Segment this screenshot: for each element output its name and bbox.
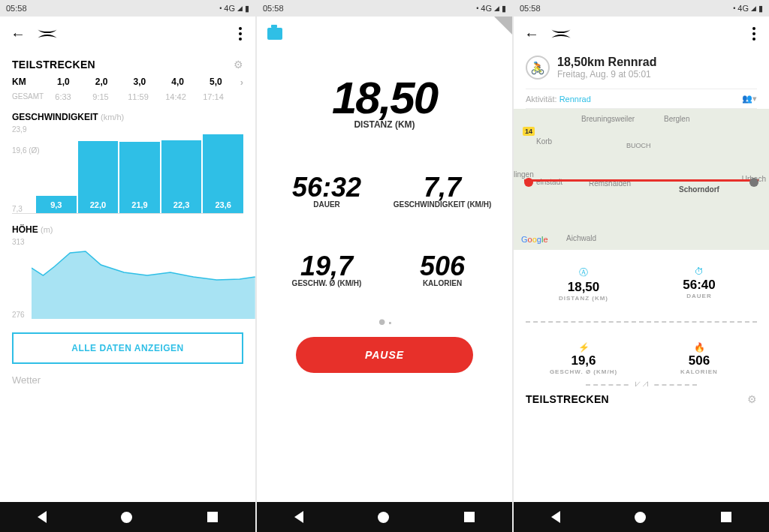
elevation-area-chart: 313 276 <box>12 238 243 319</box>
chevron-right-icon[interactable]: › <box>240 77 243 88</box>
people-icon[interactable]: 👥▾ <box>742 94 757 104</box>
overflow-menu-icon[interactable] <box>749 24 758 44</box>
stat-duration: ⏱56:40DAUER <box>641 259 757 309</box>
distance-icon: Ⓐ <box>526 266 641 279</box>
activity-date: Freitag, Aug. 9 at 05:01 <box>557 69 657 80</box>
status-bar: 05:58 •4G◢▮ <box>514 0 769 17</box>
nav-home-icon[interactable] <box>121 512 132 523</box>
status-time: 05:58 <box>520 4 541 13</box>
route-start-icon <box>524 178 533 187</box>
nav-back-icon[interactable] <box>294 511 303 523</box>
section-title: TEILSTRECKEN <box>12 59 95 71</box>
gear-icon[interactable]: ⚙ <box>747 393 757 405</box>
corner-fold-icon[interactable] <box>494 17 512 35</box>
weather-label: Wetter <box>12 374 243 386</box>
overflow-menu-icon[interactable] <box>236 24 245 44</box>
primary-metric: 18,50 DISTANZ (KM) <box>269 72 500 130</box>
speed-chart-title: GESCHWINDIGKEIT (km/h) <box>12 112 243 122</box>
speed-bar: 22,3 <box>161 140 202 213</box>
speed-bar: 21,9 <box>119 142 160 213</box>
metric-duration: 56:32DAUER <box>269 172 384 209</box>
status-bar: 05:58 •4G◢▮ <box>0 0 255 17</box>
android-nav-bar <box>514 502 769 532</box>
speed-bar: 9,3 <box>36 196 77 213</box>
cyclist-icon: 🚴 <box>526 56 550 80</box>
speed-bar: 22,0 <box>78 141 119 213</box>
android-nav-bar <box>0 502 255 532</box>
screen-live: 05:58 •4G◢▮ 18,50 DISTANZ (KM) 56:32DAUE… <box>257 0 512 532</box>
flame-icon: 🔥 <box>641 342 757 353</box>
section-divider: ⩗⩘ <box>586 384 697 386</box>
speed-icon: ⚡ <box>526 342 641 353</box>
status-right: •4G◢▮ <box>219 4 249 14</box>
android-nav-bar <box>257 502 512 532</box>
activity-title: 18,50km Rennrad <box>557 56 657 69</box>
camera-icon[interactable] <box>267 28 282 40</box>
nav-home-icon[interactable] <box>378 512 389 523</box>
back-icon[interactable]: ← <box>524 26 539 43</box>
nav-recent-icon[interactable] <box>207 512 218 522</box>
ua-logo-icon <box>550 27 572 41</box>
status-bar: 05:58 •4G◢▮ <box>257 0 512 17</box>
ua-logo-icon <box>36 27 59 41</box>
google-attribution: Google <box>521 235 548 244</box>
stat-avg-speed: ⚡19,6GESCHW. Ø (KM/H) <box>526 335 641 383</box>
stat-calories: 🔥506KALORIEN <box>641 335 757 383</box>
nav-recent-icon[interactable] <box>464 512 475 522</box>
elev-chart-title: HÖHE (m) <box>12 224 243 235</box>
status-time: 05:58 <box>263 4 284 13</box>
gear-icon[interactable]: ⚙ <box>234 59 243 71</box>
metric-calories: 506KALORIEN <box>384 251 500 287</box>
activity-header: 🚴 18,50km Rennrad Freitag, Aug. 9 at 05:… <box>526 56 757 80</box>
app-bar: ← <box>514 17 769 51</box>
page-indicator: • · <box>269 310 500 334</box>
nav-back-icon[interactable] <box>551 511 560 523</box>
screen-splits: 05:58 •4G◢▮ ← TEILSTRECKEN ⚙ KM 1,0 2,0 … <box>0 0 255 532</box>
splits-header: KM 1,0 2,0 3,0 4,0 5,0 › <box>12 77 243 88</box>
speed-bar: 23,6 <box>203 134 243 213</box>
section-title: TEILSTRECKEN <box>526 393 609 405</box>
app-bar <box>257 17 512 51</box>
stopwatch-icon: ⏱ <box>641 266 757 277</box>
status-time: 05:58 <box>6 4 27 13</box>
route-line <box>524 179 759 182</box>
speed-bar-chart: 23,9 19,6 (Ø) 7,3 9,3 22,0 21,9 22,3 23,… <box>12 125 243 214</box>
app-bar: ← <box>0 17 255 51</box>
route-end-icon <box>749 178 758 187</box>
nav-home-icon[interactable] <box>635 512 646 523</box>
summary-stats: Ⓐ18,50DISTANZ (KM) ⏱56:40DAUER ⚡19,6GESC… <box>526 259 757 383</box>
splits-gesamt-row: GESAMT 6:33 9:15 11:59 14:42 17:14 <box>12 92 243 101</box>
route-map[interactable]: 14 Breuningsweiler Berglen Korb BUOCH li… <box>514 109 769 250</box>
pause-button[interactable]: PAUSE <box>296 337 473 373</box>
activity-type-row: Aktivität: Rennrad 👥▾ <box>526 89 757 109</box>
ua-logo-icon: ⩗⩘ <box>629 380 653 388</box>
show-all-data-button[interactable]: ALLE DATEN ANZEIGEN <box>12 332 243 364</box>
stat-distance: Ⓐ18,50DISTANZ (KM) <box>526 259 641 309</box>
road-badge: 14 <box>523 127 535 136</box>
metric-speed: 7,7GESCHWINDIGKEIT (KM/H) <box>384 172 500 209</box>
nav-back-icon[interactable] <box>38 511 47 523</box>
screen-summary: 05:58 •4G◢▮ ← 🚴 18,50km Rennrad Freitag,… <box>514 0 769 532</box>
activity-type-link[interactable]: Rennrad <box>559 95 591 104</box>
nav-recent-icon[interactable] <box>721 512 731 522</box>
back-icon[interactable]: ← <box>11 26 26 43</box>
metric-avg-speed: 19,7GESCHW. Ø (KM/H) <box>269 251 384 287</box>
